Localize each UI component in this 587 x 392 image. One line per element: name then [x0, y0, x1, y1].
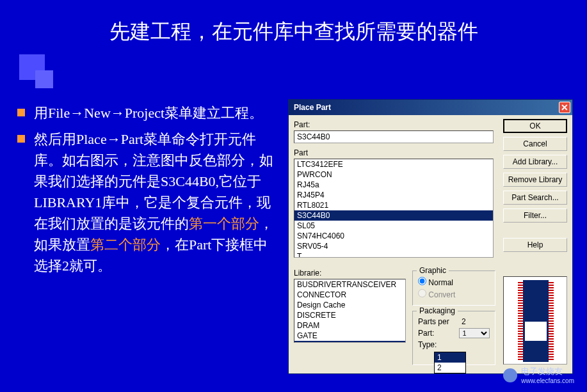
highlight-second-part: 第二个部分: [90, 237, 161, 253]
library-list-item[interactable]: Design Cache: [294, 300, 405, 310]
library-list-item[interactable]: BUSDRIVERTRANSCEIVER: [294, 279, 405, 290]
library-list-item[interactable]: GATE: [294, 331, 405, 341]
close-icon[interactable]: ✕: [559, 102, 570, 113]
type-dropdown-open[interactable]: 12: [434, 352, 466, 373]
type-option[interactable]: 1: [435, 352, 465, 363]
part-list-item[interactable]: SL05: [294, 221, 493, 231]
bullet-2: 然后用Place→Part菜单命令打开元件库。如右图示，注意图中反色部分，如果我…: [16, 129, 278, 276]
add-library-button[interactable]: Add Library...: [503, 155, 567, 169]
part-list-item[interactable]: PWRCON: [294, 169, 493, 180]
dialog-title-text: Place Part: [294, 103, 331, 112]
help-button[interactable]: Help: [503, 238, 567, 252]
library-list-item[interactable]: DISCRETE: [294, 310, 405, 320]
part-list-item[interactable]: RJ45a: [294, 180, 493, 190]
part-search-button[interactable]: Part Search...: [503, 191, 567, 205]
bullet-icon: [17, 109, 25, 116]
library-list-item[interactable]: LIBRARY1: [294, 341, 405, 343]
watermark: 电子发烧友 www.elecfans.com: [503, 366, 574, 384]
packaging-part-label: Part:: [418, 329, 459, 338]
cancel-button[interactable]: Cancel: [503, 137, 567, 151]
part-preview: [503, 276, 567, 365]
packaging-type-label: Type:: [418, 340, 462, 349]
part-list[interactable]: LTC3412EFEPWRCONRJ45aRJ45P4RTL8021S3C44B…: [294, 159, 494, 258]
part-list-item[interactable]: SN74HC4060: [294, 231, 493, 241]
part-list-item[interactable]: S3C44B0: [294, 210, 493, 221]
bullet-1: 用File→New→Project菜单建立工程。: [16, 102, 278, 123]
filter-button[interactable]: Filter...: [503, 208, 567, 223]
parts-per-label: Parts per: [418, 317, 462, 326]
type-option[interactable]: 2: [435, 363, 465, 373]
slide-title: 先建工程，在元件库中查找所需要的器件: [0, 0, 587, 59]
packaging-part-select[interactable]: 1: [459, 328, 490, 338]
bullet-icon: [17, 135, 25, 143]
part-list-item[interactable]: T: [294, 251, 493, 258]
part-input[interactable]: [294, 130, 494, 143]
watermark-url: www.elecfans.com: [521, 377, 574, 384]
dialog-titlebar[interactable]: Place Part ✕: [289, 100, 572, 115]
part-list-item[interactable]: RTL8021: [294, 200, 493, 210]
slide-body: 用File→New→Project菜单建立工程。 然后用Place→Part菜单…: [16, 102, 278, 281]
ok-button[interactable]: OK: [503, 119, 567, 133]
place-part-dialog: Place Part ✕ Part: Part LTC3412EFEPWRCON…: [288, 99, 573, 374]
library-list-item[interactable]: DRAM: [294, 320, 405, 331]
graphic-group: Graphic Normal Convert: [412, 270, 495, 306]
radio-normal-row: Normal: [418, 277, 490, 287]
radio-convert: [418, 289, 426, 297]
part-list-item[interactable]: RJ45P4: [294, 190, 493, 200]
library-list-item[interactable]: CONNECTOR: [294, 290, 405, 300]
highlight-first-part: 第一个部分: [189, 216, 259, 231]
packaging-label: Packaging: [417, 306, 458, 315]
part-list-item[interactable]: SRV05-4: [294, 241, 493, 251]
libraries-label: Librarie:: [294, 269, 406, 278]
libraries-list[interactable]: BUSDRIVERTRANSCEIVERCONNECTORDesign Cach…: [294, 279, 406, 343]
part-list-item[interactable]: LTC3412EFE: [294, 159, 493, 169]
graphic-label: Graphic: [417, 266, 449, 275]
watermark-text: 电子发烧友: [521, 366, 574, 377]
watermark-icon: [503, 368, 517, 382]
parts-per-value: 2: [462, 317, 466, 326]
remove-library-button[interactable]: Remove Library: [503, 173, 567, 187]
radio-normal[interactable]: [418, 277, 426, 285]
radio-convert-row: Convert: [418, 289, 490, 299]
